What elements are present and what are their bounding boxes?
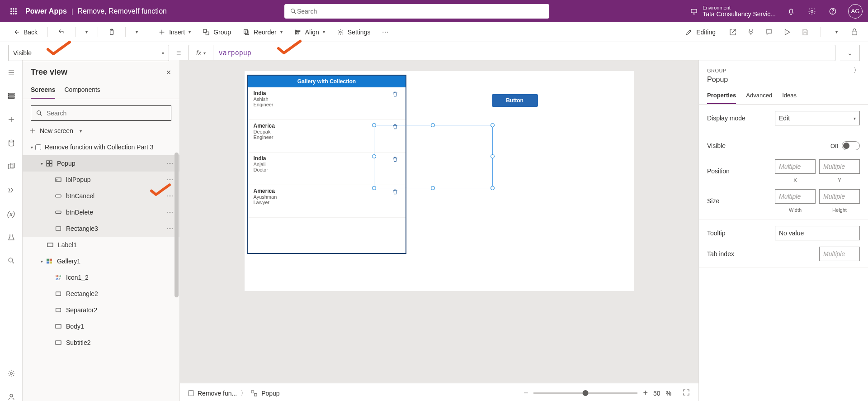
paste-button[interactable]: [104, 26, 120, 38]
back-button[interactable]: Back: [8, 26, 42, 38]
fit-to-window-icon[interactable]: [682, 388, 690, 398]
paste-chevron[interactable]: ▾: [131, 27, 142, 37]
canvas-area[interactable]: Gallery with Collection IndiaAshishEngin…: [180, 60, 698, 383]
rail-hamburger-icon[interactable]: [5, 67, 17, 78]
breadcrumb[interactable]: Remove fun... 〉 Popup: [188, 389, 280, 397]
size-height-input[interactable]: Multiple: [819, 189, 860, 204]
tree-node-label: Remove function with Collection Part 3: [45, 143, 153, 151]
tree-node-btncancel[interactable]: btnCancel ⋯: [23, 188, 179, 204]
rail-media-icon[interactable]: [5, 161, 17, 172]
app-launcher-icon[interactable]: [5, 3, 22, 19]
publish-chevron[interactable]: ▾: [831, 27, 842, 38]
tab-screens[interactable]: Screens: [31, 82, 55, 99]
align-button[interactable]: Align ▾: [290, 26, 330, 38]
tree-node-separator2[interactable]: Separator2: [23, 302, 179, 318]
zoom-in[interactable]: +: [643, 388, 648, 398]
new-screen-button[interactable]: New screen ▾: [23, 124, 179, 139]
environment-picker[interactable]: Environment Tata Consultancy Servic...: [690, 5, 776, 18]
formula-input-wrap[interactable]: fx▾ varpopup: [189, 45, 835, 61]
size-width-input[interactable]: Multiple: [775, 189, 816, 204]
tree-node-rectangle3[interactable]: Rectangle3 ⋯: [23, 220, 179, 237]
position-x-input[interactable]: Multiple: [775, 159, 816, 174]
help-icon[interactable]: [827, 6, 838, 17]
rail-settings-icon[interactable]: [5, 368, 17, 379]
tree-node-gallery1[interactable]: ▾ Gallery1: [23, 253, 179, 269]
svg-rect-61: [56, 211, 61, 213]
global-search[interactable]: [284, 4, 549, 19]
rail-tree-view-icon[interactable]: [5, 90, 17, 102]
editing-mode-button[interactable]: Editing: [681, 26, 720, 38]
tabindex-input[interactable]: Multiple: [819, 247, 860, 261]
reorder-button[interactable]: Reorder ▾: [238, 26, 287, 38]
rail-flows-icon[interactable]: [5, 184, 17, 196]
group-button[interactable]: Group: [198, 26, 236, 38]
property-selector[interactable]: Visible ▾: [8, 45, 169, 61]
rail-virtual-agent-icon[interactable]: [5, 391, 17, 401]
tab-components[interactable]: Components: [64, 82, 100, 99]
user-avatar[interactable]: AG: [848, 4, 863, 19]
tree-node-subtitle2[interactable]: Subtitle2: [23, 334, 179, 351]
tree-node-lblpopup[interactable]: lblPopup ⋯: [23, 172, 179, 188]
tree-node-btndelete[interactable]: btnDelete ⋯: [23, 204, 179, 220]
trash-icon[interactable]: [392, 189, 398, 196]
tree-search-input[interactable]: [47, 110, 166, 117]
svg-point-42: [9, 140, 14, 142]
position-y-input[interactable]: Multiple: [819, 159, 860, 174]
screen-checkbox[interactable]: [35, 144, 41, 150]
tree-node-icon12[interactable]: Icon1_2: [23, 269, 179, 286]
formula-expand[interactable]: ⌄: [840, 45, 860, 61]
gallery-row[interactable]: AmericaAyushmanLawyer: [248, 185, 406, 218]
fx-icon[interactable]: fx▾: [189, 45, 213, 61]
selection-box[interactable]: [374, 125, 493, 188]
gallery-row[interactable]: IndiaAshishEngineer: [248, 87, 406, 120]
tree-close-icon[interactable]: ✕: [166, 69, 171, 76]
undo-button[interactable]: [53, 26, 70, 38]
svg-rect-60: [56, 195, 61, 197]
tree-node-rectangle2[interactable]: Rectangle2: [23, 286, 179, 302]
publish-icon[interactable]: [849, 27, 860, 38]
svg-rect-62: [56, 227, 61, 230]
svg-rect-67: [50, 262, 52, 264]
rail-tools-icon[interactable]: [5, 231, 17, 243]
comments-icon[interactable]: [764, 27, 774, 38]
panel-collapse-icon[interactable]: 〉: [854, 67, 860, 75]
preview-play-icon[interactable]: [782, 27, 793, 38]
overflow-button[interactable]: ⋯: [377, 26, 393, 38]
settings-button[interactable]: Settings: [332, 26, 375, 38]
insert-button[interactable]: Insert ▾: [154, 26, 195, 38]
tab-ideas[interactable]: Ideas: [782, 88, 797, 104]
global-search-input[interactable]: [297, 8, 544, 15]
settings-gear-icon[interactable]: [807, 6, 817, 17]
tree-scrollbar[interactable]: [175, 153, 179, 297]
zoom-out[interactable]: −: [524, 388, 528, 398]
notifications-icon[interactable]: [786, 6, 797, 17]
undo-chevron[interactable]: ▾: [81, 27, 92, 37]
tree-search[interactable]: [31, 105, 171, 121]
tree-node-label1[interactable]: Label1: [23, 237, 179, 253]
rail-data-icon[interactable]: [5, 137, 17, 149]
formula-input[interactable]: varpopup: [213, 49, 257, 57]
rail-search-icon[interactable]: [5, 255, 17, 267]
čshare-icon[interactable]: [727, 27, 738, 38]
display-mode-select[interactable]: Edit ▾: [775, 111, 860, 125]
zoom-slider[interactable]: [533, 392, 637, 394]
tree-view-title: Tree view: [31, 67, 67, 77]
doc-title: Remove, RemoveIf function: [78, 7, 167, 15]
rail-variables-icon[interactable]: (x): [5, 208, 17, 220]
save-icon[interactable]: [800, 27, 811, 38]
svg-rect-54: [50, 161, 52, 163]
tree-node-body1[interactable]: Body1: [23, 318, 179, 334]
canvas-screen[interactable]: Gallery with Collection IndiaAshishEngin…: [245, 71, 634, 291]
tab-advanced[interactable]: Advanced: [746, 88, 772, 104]
tooltip-input[interactable]: No value: [775, 226, 860, 240]
app-checker-icon[interactable]: [745, 27, 756, 38]
canvas-button-element[interactable]: Button: [492, 94, 538, 107]
rail-insert-icon[interactable]: [5, 114, 17, 125]
trash-icon[interactable]: [392, 91, 398, 99]
icon-control-icon: [54, 273, 62, 282]
tab-properties[interactable]: Properties: [707, 88, 736, 104]
tree-node-popup[interactable]: ▾ Popup ⋯: [23, 155, 179, 172]
tree-node-screen[interactable]: ▾ Remove function with Collection Part 3: [23, 139, 179, 155]
visible-toggle[interactable]: [842, 141, 860, 150]
breadcrumb-checkbox[interactable]: [188, 390, 194, 396]
